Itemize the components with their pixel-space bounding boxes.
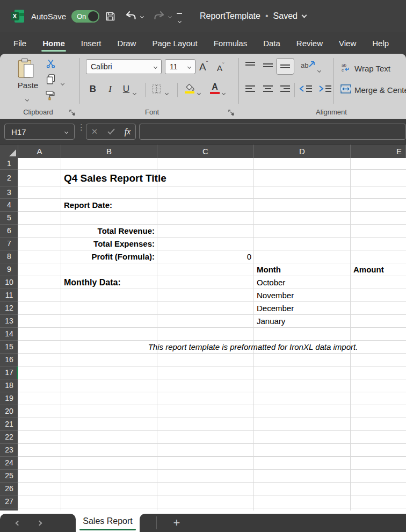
cell-B2[interactable]: Q4 Sales Report Title <box>61 170 157 186</box>
cell-D10[interactable]: October <box>254 276 351 289</box>
formula-bar-handle-icon[interactable]: ⋮ <box>77 125 85 130</box>
col-header-C[interactable]: C <box>157 145 254 158</box>
autosave-toggle[interactable]: On <box>71 10 99 23</box>
row-header-27[interactable]: 27 <box>0 495 18 508</box>
row-header-14[interactable]: 14 <box>0 328 18 341</box>
save-icon[interactable] <box>105 0 116 32</box>
row-header-4[interactable]: 4 <box>0 199 18 212</box>
paste-button[interactable] <box>17 58 34 81</box>
cell-D12[interactable]: December <box>254 302 351 315</box>
underline-dropdown-icon[interactable] <box>133 91 136 95</box>
font-color-dropdown-icon[interactable] <box>222 91 226 95</box>
row-header-22[interactable]: 22 <box>0 431 18 444</box>
orientation-icon[interactable]: ab <box>301 60 316 69</box>
row-header-12[interactable]: 12 <box>0 302 18 315</box>
orientation-dropdown-icon[interactable] <box>317 69 321 73</box>
row-header-21[interactable]: 21 <box>0 418 18 431</box>
cancel-icon[interactable]: ✕ <box>91 127 98 136</box>
cell-D11[interactable]: November <box>254 289 351 302</box>
menu-tab-data[interactable]: Data <box>263 39 280 48</box>
menu-tab-view[interactable]: View <box>339 39 356 48</box>
row-header-20[interactable]: 20 <box>0 405 18 418</box>
document-title-group[interactable]: ReportTemplate • Saved <box>200 0 306 32</box>
cut-icon[interactable] <box>46 59 55 70</box>
row-header-18[interactable]: 18 <box>0 379 18 392</box>
font-dialog-launcher-icon[interactable] <box>228 109 235 116</box>
add-sheet-button[interactable]: + <box>168 514 186 532</box>
row-header-26[interactable]: 26 <box>0 483 18 495</box>
align-right-icon[interactable] <box>280 85 291 96</box>
row-header-23[interactable]: 23 <box>0 444 18 457</box>
row-header-13[interactable]: 13 <box>0 315 18 328</box>
next-sheet-icon[interactable] <box>37 521 42 526</box>
row-header-19[interactable]: 19 <box>0 392 18 405</box>
col-header-B[interactable]: B <box>61 145 157 158</box>
insert-function-icon[interactable]: fx <box>125 127 131 136</box>
bold-button[interactable]: B <box>87 82 99 97</box>
underline-button[interactable]: U <box>120 82 132 97</box>
menu-tab-insert[interactable]: Insert <box>81 39 102 48</box>
menu-tab-formulas[interactable]: Formulas <box>214 39 248 48</box>
fill-color-dropdown-icon[interactable] <box>197 91 201 95</box>
spreadsheet-grid[interactable]: 1234567891011121314151617181920212223242… <box>0 158 406 511</box>
align-middle-icon[interactable] <box>263 61 273 72</box>
cell-B8[interactable]: Profit (Formula): <box>61 250 157 263</box>
copy-dropdown-icon[interactable] <box>61 82 64 85</box>
shrink-font-icon[interactable]: Aˇ <box>217 62 224 73</box>
col-header-E[interactable]: E <box>351 145 406 158</box>
name-box-dropdown-icon[interactable] <box>64 130 68 133</box>
grow-font-icon[interactable]: Aˆ <box>199 60 208 73</box>
name-box[interactable]: H17 <box>4 124 75 140</box>
row-header-8[interactable]: 8 <box>0 250 18 263</box>
paste-label[interactable]: Paste <box>16 81 40 90</box>
cell-B6[interactable]: Total Revenue: <box>61 225 157 238</box>
formula-input[interactable] <box>139 124 406 140</box>
row-header-5[interactable]: 5 <box>0 212 18 225</box>
align-left-icon[interactable] <box>245 85 256 96</box>
row-header-15[interactable]: 15 <box>0 341 18 354</box>
font-size-combobox[interactable]: 11 <box>165 59 195 74</box>
row-header-7[interactable]: 7 <box>0 238 18 250</box>
col-header-A[interactable]: A <box>18 145 61 158</box>
row-header-1[interactable]: 1 <box>0 158 18 170</box>
row-header-3[interactable]: 3 <box>0 186 18 199</box>
row-header-6[interactable]: 6 <box>0 225 18 238</box>
enter-icon[interactable] <box>107 127 115 136</box>
menu-tab-home[interactable]: Home <box>42 39 65 48</box>
menu-tab-help[interactable]: Help <box>372 39 389 48</box>
fill-color-icon[interactable] <box>184 83 195 93</box>
borders-icon[interactable] <box>151 84 162 96</box>
row-header-17[interactable]: 17 <box>0 366 18 379</box>
cell-E9[interactable]: Amount <box>351 263 406 276</box>
borders-dropdown-icon[interactable] <box>165 91 169 95</box>
undo-icon[interactable] <box>125 0 137 32</box>
paste-dropdown-icon[interactable] <box>25 98 29 102</box>
row-header-11[interactable]: 11 <box>0 289 18 302</box>
cell-C8[interactable]: 0 <box>157 250 254 263</box>
ribbon-display-options-icon[interactable] <box>176 13 183 25</box>
format-painter-icon[interactable] <box>45 90 55 103</box>
row-header-16[interactable]: 16 <box>0 354 18 366</box>
align-center-icon[interactable] <box>263 85 273 96</box>
sheet-tab-sales-report[interactable]: Sales Report <box>76 511 140 532</box>
select-all-button[interactable] <box>0 145 18 158</box>
row-header-9[interactable]: 9 <box>0 263 18 276</box>
align-bottom-icon[interactable] <box>280 62 291 73</box>
menu-tab-review[interactable]: Review <box>296 39 323 48</box>
cell-D9[interactable]: Month <box>254 263 351 276</box>
font-name-combobox[interactable]: Calibri <box>86 59 162 74</box>
cell-note-row15[interactable]: This report template is preformatted for… <box>100 341 406 354</box>
prev-sheet-icon[interactable] <box>16 521 21 526</box>
row-header-10[interactable]: 10 <box>0 276 18 289</box>
merge-center-button[interactable]: Merge & Center <box>340 84 406 95</box>
cell-B7[interactable]: Total Expenses: <box>61 238 157 250</box>
font-name-dropdown-icon[interactable] <box>154 64 157 68</box>
font-size-dropdown-icon[interactable] <box>187 64 191 68</box>
cell-B4[interactable]: Report Date: <box>61 199 157 212</box>
increase-indent-icon[interactable] <box>318 85 332 96</box>
decrease-indent-icon[interactable] <box>299 85 313 96</box>
italic-button[interactable]: I <box>104 82 116 97</box>
clipboard-dialog-launcher-icon[interactable] <box>69 109 76 116</box>
font-color-icon[interactable]: A <box>209 82 220 92</box>
row-header-25[interactable]: 25 <box>0 470 18 483</box>
